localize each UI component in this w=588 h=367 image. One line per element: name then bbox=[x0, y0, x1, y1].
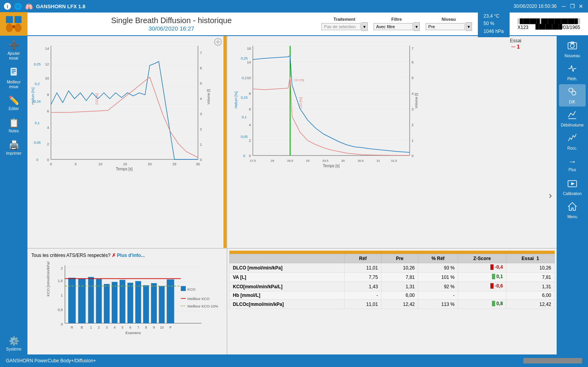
svg-text:1: 1 bbox=[412, 139, 414, 143]
calibration-button[interactable]: Calibration bbox=[559, 176, 586, 198]
filtre-select[interactable]: Avec filtre ▼ bbox=[374, 22, 420, 31]
essai-value: ─ 1 bbox=[510, 43, 521, 50]
niveau-label: Niveau bbox=[442, 17, 456, 22]
filtre-value[interactable]: Avec filtre bbox=[374, 23, 413, 30]
traitement-value[interactable]: Pas de selection bbox=[321, 23, 361, 30]
niveau-dropdown-btn[interactable]: ▼ bbox=[466, 22, 472, 31]
niveau-value[interactable]: Pre bbox=[426, 23, 465, 30]
ats-text: Tous les critères ATS/ERS respectés? bbox=[31, 253, 111, 258]
window-controls[interactable]: ─ ❐ ✕ bbox=[561, 3, 584, 9]
plus-label: Plus bbox=[568, 168, 576, 172]
close-button[interactable]: ✕ bbox=[578, 3, 584, 9]
svg-text:1,5: 1,5 bbox=[58, 278, 63, 283]
svg-text:B: B bbox=[81, 325, 83, 329]
row-pct: 93 % bbox=[418, 263, 458, 273]
row-essai1: 10,26 bbox=[506, 263, 554, 273]
content: Helium [%] CO [%] Volume [l] bbox=[27, 36, 557, 354]
patient-name: ██████ ███████████ ████████ bbox=[517, 18, 580, 24]
imprimer-label: Imprimer bbox=[6, 151, 21, 156]
svg-text:KCO [mmol/min/kPa/L]: KCO [mmol/min/kPa/L] bbox=[46, 261, 50, 296]
svg-rect-118 bbox=[96, 279, 102, 323]
ajouter-essai-button[interactable]: ➕ Ajouter essai bbox=[2, 38, 25, 63]
row-ref: - bbox=[345, 291, 381, 300]
menu-button[interactable]: Menu bbox=[559, 199, 586, 221]
svg-text:28: 28 bbox=[271, 159, 274, 163]
traitement-select[interactable]: Pas de selection ▼ bbox=[321, 22, 368, 31]
patient-id: X123 bbox=[517, 25, 528, 30]
add-chart-btn[interactable] bbox=[214, 38, 222, 47]
pleth-button[interactable]: Pléth. bbox=[559, 61, 586, 83]
plus-info-link[interactable]: Plus d'info... bbox=[117, 253, 145, 258]
meilleur-essai-button[interactable]: Meilleur essai bbox=[2, 64, 25, 92]
header-title: Single Breath Diffusion - historique 30/… bbox=[27, 16, 316, 32]
col-zscore: Z-Score bbox=[458, 254, 506, 263]
nav-arrow[interactable]: › bbox=[549, 190, 552, 201]
svg-text:0: 0 bbox=[61, 322, 63, 326]
plus-button[interactable]: → Plus bbox=[559, 154, 586, 175]
diff-button[interactable]: Diff. bbox=[559, 84, 586, 107]
filtre-group: Filtre Avec filtre ▼ bbox=[374, 17, 420, 31]
svg-text:0: 0 bbox=[36, 158, 38, 162]
col-name bbox=[230, 254, 345, 263]
svg-text:3: 3 bbox=[412, 107, 414, 111]
pleth-icon bbox=[567, 63, 578, 76]
table-row: VA [L]7,757,81101 %0,17,81 bbox=[230, 273, 555, 282]
svg-text:2: 2 bbox=[412, 123, 414, 127]
pleth-label: Pléth. bbox=[567, 77, 577, 81]
svg-text:R: R bbox=[71, 325, 73, 329]
humidity: 50 % bbox=[484, 20, 504, 27]
debit-volume-button[interactable]: Débit/volume bbox=[559, 107, 586, 130]
niveau-select[interactable]: Pre ▼ bbox=[426, 22, 472, 31]
svg-text:5: 5 bbox=[412, 76, 414, 80]
svg-text:P: P bbox=[169, 325, 172, 329]
notes-button[interactable]: 📋 Notes bbox=[2, 115, 25, 136]
svg-text:7: 7 bbox=[137, 325, 139, 329]
svg-text:5: 5 bbox=[74, 162, 76, 166]
svg-text:10: 10 bbox=[45, 76, 49, 80]
header-controls: Traitement Pas de selection ▼ Filtre Ave… bbox=[316, 17, 478, 31]
info-icon: i bbox=[4, 3, 11, 10]
col-pre: Pre bbox=[381, 254, 418, 263]
svg-rect-116 bbox=[78, 278, 85, 323]
restore-button[interactable]: ❐ bbox=[569, 3, 575, 9]
table-row: DLCOc[mmol/min/kPa]11,0112,42113 %0,812,… bbox=[230, 300, 555, 309]
svg-text:2: 2 bbox=[47, 142, 49, 146]
footer-bar bbox=[523, 358, 582, 363]
svg-rect-0 bbox=[6, 16, 13, 23]
svg-text:14: 14 bbox=[45, 47, 49, 51]
svg-text:4: 4 bbox=[412, 92, 414, 96]
filtre-dropdown-btn[interactable]: ▼ bbox=[414, 22, 420, 31]
svg-text:0,15: 0,15 bbox=[241, 96, 248, 99]
svg-text:6: 6 bbox=[47, 109, 49, 113]
home-icon bbox=[567, 201, 578, 214]
minimize-button[interactable]: ─ bbox=[561, 3, 567, 9]
svg-text:1: 1 bbox=[61, 293, 63, 297]
rocc-button[interactable]: Rocc. bbox=[559, 130, 586, 153]
svg-text:0: 0 bbox=[47, 158, 49, 162]
camera-icon bbox=[567, 40, 578, 53]
systeme-button[interactable]: ⚙️ Système bbox=[2, 333, 25, 354]
svg-text:0,25: 0,25 bbox=[241, 56, 248, 60]
svg-text:5: 5 bbox=[200, 81, 202, 85]
svg-text:1: 1 bbox=[90, 325, 92, 329]
traitement-dropdown-btn[interactable]: ▼ bbox=[361, 22, 368, 31]
filtre-label: Filtre bbox=[391, 17, 402, 22]
header-info: 23,4 °C 50 % 1046 hPa bbox=[478, 11, 510, 37]
orange-top-bar bbox=[229, 251, 555, 254]
svg-rect-125 bbox=[151, 283, 157, 323]
svg-text:4: 4 bbox=[249, 123, 251, 127]
lung-icon: 🫁 bbox=[25, 3, 33, 10]
svg-text:4: 4 bbox=[47, 126, 49, 130]
editer-button[interactable]: ✏️ Editer bbox=[2, 92, 25, 114]
imprimer-button[interactable]: 🖨️ Imprimer bbox=[2, 137, 25, 159]
row-name: DLCO [mmol/min/kPa] bbox=[230, 263, 345, 273]
svg-text:10: 10 bbox=[160, 325, 164, 329]
svg-text:0,1: 0,1 bbox=[35, 121, 40, 125]
datetime: 30/06/2020 16:50:36 bbox=[514, 4, 557, 9]
nouveau-button[interactable]: Nouveau bbox=[559, 38, 586, 60]
footer: GANSHORN PowerCube Body+/Diffusion+ bbox=[0, 354, 588, 367]
svg-text:0: 0 bbox=[200, 158, 202, 162]
svg-text:31,5: 31,5 bbox=[391, 159, 397, 163]
row-name: DLCOc[mmol/min/kPa] bbox=[230, 300, 345, 309]
svg-text:0,2: 0,2 bbox=[242, 76, 247, 80]
